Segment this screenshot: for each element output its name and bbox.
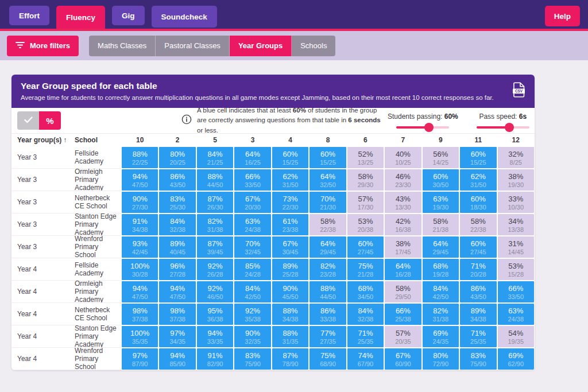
speed-cell: 92%35/38 [234, 304, 270, 325]
speed-cell: 40%10/25 [385, 147, 421, 168]
nav-tab-effort[interactable]: Effort [9, 6, 49, 25]
speed-cell: 58%22/38 [310, 214, 346, 235]
speed-cell: 60%15/25 [310, 147, 346, 168]
speed-cell: 64%29/45 [310, 236, 346, 258]
help-button[interactable]: Help [545, 6, 580, 26]
column-header-3: 3 [234, 136, 271, 144]
speed-cell: 80%72/90 [423, 348, 459, 370]
speed-cell: 91%34/38 [122, 214, 158, 235]
speed-cell: 88%31/35 [272, 326, 308, 347]
school-cell: Wrenford Primary School [75, 348, 121, 370]
speed-cell: 100%35/35 [122, 326, 158, 347]
year-group-sort-header[interactable]: Year group(s)↑ [11, 136, 75, 144]
filter-icon [16, 41, 25, 51]
speed-cell: 69%62/90 [498, 348, 534, 370]
speed-cell: 90%27/30 [122, 192, 158, 213]
nav-tab-fluency[interactable]: Fluency [56, 6, 105, 29]
tab-schools[interactable]: Schools [292, 36, 335, 56]
speed-cell: 46%23/30 [385, 169, 421, 191]
speed-cell: 86%43/50 [460, 281, 496, 302]
year-group-cell: Year 3 [11, 214, 75, 236]
speed-cell: 64%29/45 [423, 236, 459, 258]
speed-cell: 62%31/50 [272, 169, 308, 191]
tab-year-groups[interactable]: Year Groups [230, 36, 292, 56]
top-nav: Effort Fluency Gig Soundcheck Help [0, 0, 588, 29]
speed-cell: 34%13/38 [498, 214, 534, 235]
school-cell: Ormleigh Primary Academy [75, 281, 121, 303]
year-group-cell: Year 4 [11, 325, 75, 348]
speed-cell: 66%33/50 [498, 281, 534, 302]
speed-cell: 60%30/50 [423, 169, 459, 191]
speed-cell: 100%30/28 [122, 259, 158, 280]
speed-cell: 57%17/30 [347, 192, 384, 213]
speed-cell: 32%8/25 [498, 147, 534, 168]
speed-cell: 77%27/35 [310, 326, 346, 347]
speed-cell: 71%20/28 [460, 259, 496, 280]
svg-text:CSV: CSV [515, 89, 523, 93]
speed-cell: 53%15/28 [498, 259, 534, 280]
speed-cell: 64%16/28 [385, 259, 421, 280]
speed-cell: 82%31/38 [197, 214, 233, 235]
percent-toggle-button[interactable]: % [39, 111, 61, 130]
speed-cell: 84%32/38 [159, 214, 195, 235]
speed-cell: 63%24/38 [234, 214, 270, 235]
speed-cell: 75%21/28 [347, 259, 384, 280]
speed-cell: 60%15/25 [272, 147, 308, 168]
speed-cell: 92%26/28 [197, 259, 233, 280]
speed-cell: 60%18/30 [460, 192, 496, 213]
sort-ascending-icon: ↑ [63, 136, 67, 144]
speed-cell: 66%33/50 [234, 169, 270, 191]
checkmark-toggle-button[interactable] [17, 111, 39, 130]
speed-cell: 89%40/45 [159, 236, 195, 258]
speed-cell: 38%19/30 [498, 169, 534, 191]
column-header-2: 2 [158, 136, 196, 144]
speed-cell: 94%47/50 [122, 169, 158, 191]
tab-pastoral-classes[interactable]: Pastoral Classes [156, 36, 230, 56]
speed-cell: 64%16/25 [234, 147, 270, 168]
tab-maths-classes[interactable]: Maths Classes [89, 36, 156, 56]
year-group-cell: Year 4 [11, 281, 75, 303]
table-row: Year 4Ormleigh Primary Academy94%47/5094… [11, 281, 535, 303]
speed-cell: 88%34/38 [272, 304, 308, 325]
pass-speed-thumb[interactable] [505, 123, 514, 132]
speed-cell: 92%46/50 [197, 281, 233, 302]
card-subtitle: Average time for students to correctly a… [21, 94, 500, 101]
pass-speed-slider: Pass speed: 6s [477, 112, 529, 129]
speed-cell: 73%22/30 [272, 192, 308, 213]
csv-download-button[interactable]: CSV [512, 82, 525, 99]
column-header-12: 12 [497, 136, 535, 144]
table-row: Year 3Wrenford Primary School93%42/4589%… [11, 236, 535, 258]
speed-cell: 43%13/30 [385, 192, 421, 213]
speed-cell: 60%27/45 [460, 236, 496, 258]
speed-cell: 83%25/30 [159, 192, 195, 213]
pass-speed-track[interactable] [477, 126, 529, 129]
speed-cell: 58%29/50 [385, 281, 421, 302]
speed-cell: 94%47/50 [122, 281, 158, 302]
speed-cell: 94%47/50 [159, 281, 195, 302]
more-filters-button[interactable]: More filters [7, 36, 79, 56]
speed-cell: 70%32/45 [234, 236, 270, 258]
speed-cell: 84%42/50 [423, 281, 459, 302]
speed-cell: 95%36/38 [197, 304, 233, 325]
students-passing-thumb[interactable] [424, 123, 434, 132]
display-mode-toggle: % [17, 111, 61, 130]
speed-cell: 74%67/90 [347, 348, 384, 370]
speed-cell: 60%27/45 [347, 236, 384, 258]
speed-cell: 70%21/30 [310, 192, 346, 213]
year-group-cell: Year 4 [11, 348, 75, 370]
column-header-7: 7 [384, 136, 421, 144]
nav-tab-gig[interactable]: Gig [112, 6, 145, 25]
nav-tab-soundcheck[interactable]: Soundcheck [152, 6, 217, 28]
speed-cell: 31%14/45 [498, 236, 534, 258]
speed-cell: 82%23/28 [310, 259, 346, 280]
speed-cell: 82%31/38 [423, 304, 459, 325]
speed-cell: 84%21/25 [197, 147, 233, 168]
year-group-cell: Year 3 [11, 146, 75, 169]
speed-cell: 98%37/38 [159, 304, 195, 325]
table-row: Year 3Fellside Academy88%22/2580%20/2584… [11, 146, 535, 169]
students-passing-track[interactable] [396, 126, 449, 129]
speed-cell: 89%25/28 [272, 259, 308, 280]
school-cell: Stanton Edge Primary Academy [75, 214, 121, 236]
speed-cell: 97%87/90 [122, 348, 158, 370]
speed-cell: 94%33/35 [197, 326, 233, 347]
